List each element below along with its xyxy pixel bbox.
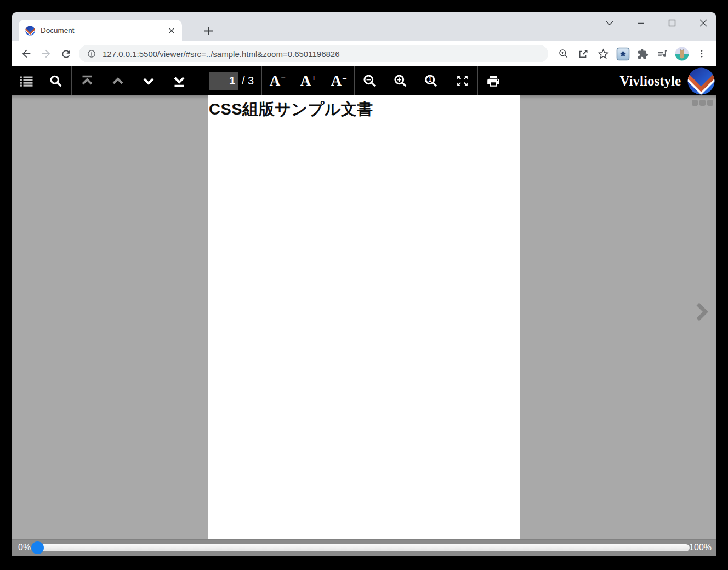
zoom-actual-size-button[interactable]: 1 bbox=[416, 66, 447, 95]
playlist-music-icon bbox=[657, 48, 668, 60]
last-page-button[interactable] bbox=[164, 66, 195, 95]
browser-navbar: 127.0.0.1:5500/viewer/#src=../sample.htm… bbox=[12, 41, 716, 66]
bookmark-star-button[interactable] bbox=[593, 44, 613, 64]
progress-end-label: 100% bbox=[689, 543, 712, 552]
share-icon bbox=[578, 48, 589, 59]
font-reset-label: A bbox=[331, 73, 342, 88]
forward-arrow-icon bbox=[40, 48, 52, 60]
media-playlist-button[interactable] bbox=[652, 44, 672, 64]
overflow-dot bbox=[692, 100, 698, 106]
browser-menu-button[interactable] bbox=[692, 44, 712, 64]
print-button[interactable] bbox=[478, 66, 509, 95]
back-arrow-icon bbox=[20, 48, 32, 60]
back-button[interactable] bbox=[16, 44, 36, 64]
browser-tab[interactable]: Document bbox=[19, 20, 182, 41]
last-page-icon bbox=[172, 75, 186, 88]
font-reset-modifier: = bbox=[342, 74, 347, 82]
vivliostyle-favicon-icon bbox=[25, 26, 35, 36]
print-icon bbox=[486, 74, 501, 88]
reload-button[interactable] bbox=[56, 44, 76, 64]
document-page: CSS組版サンプル文書 bbox=[208, 95, 520, 539]
font-increase-button[interactable]: A+ bbox=[293, 66, 323, 95]
page-number-input[interactable]: 1 bbox=[209, 72, 238, 90]
maximize-icon[interactable] bbox=[668, 19, 676, 27]
progress-start-label: 0% bbox=[18, 543, 31, 552]
browser-window: Document bbox=[12, 12, 716, 556]
font-decrease-button[interactable]: A− bbox=[262, 66, 293, 95]
font-increase-label: A bbox=[300, 73, 311, 88]
viewer-content-area: CSS組版サンプル文書 bbox=[12, 95, 716, 539]
zoom-in-button[interactable] bbox=[385, 66, 416, 95]
progress-track[interactable] bbox=[34, 544, 690, 551]
vivliostyle-logo-icon[interactable] bbox=[687, 67, 715, 95]
viewer-overflow-menu-icon[interactable] bbox=[692, 100, 713, 106]
zoom-magnifier-icon bbox=[558, 48, 569, 59]
puzzle-icon bbox=[637, 48, 649, 60]
zoom-page-button[interactable] bbox=[554, 44, 573, 64]
first-page-icon bbox=[80, 75, 94, 88]
title-bar: Document bbox=[12, 12, 716, 41]
tab-title: Document bbox=[41, 26, 166, 35]
overflow-dot bbox=[707, 100, 713, 106]
share-button[interactable] bbox=[573, 44, 593, 64]
font-reset-button[interactable]: A= bbox=[323, 66, 354, 95]
toc-list-icon bbox=[20, 75, 33, 87]
star-icon bbox=[598, 48, 609, 60]
previous-page-button[interactable] bbox=[103, 66, 133, 95]
font-decrease-label: A bbox=[270, 73, 281, 88]
overflow-dot bbox=[699, 100, 706, 106]
forward-button[interactable] bbox=[36, 44, 56, 64]
zoom-out-icon bbox=[363, 74, 377, 88]
window-controls bbox=[606, 19, 707, 27]
info-icon[interactable] bbox=[87, 49, 96, 59]
plus-icon bbox=[204, 27, 213, 35]
font-decrease-modifier: − bbox=[281, 74, 286, 82]
next-page-icon bbox=[141, 75, 156, 88]
zoom-actual-symbol: 1 bbox=[429, 77, 432, 83]
page-total-label: / 3 bbox=[242, 75, 254, 87]
next-page-chevron-icon[interactable] bbox=[693, 301, 709, 324]
avatar-cat-icon bbox=[675, 47, 689, 61]
tab-search-chevron-icon[interactable] bbox=[606, 19, 613, 27]
toolbar-divider bbox=[509, 66, 509, 95]
fit-screen-icon bbox=[456, 74, 469, 88]
extensions-puzzle-button[interactable] bbox=[633, 44, 652, 64]
reload-icon bbox=[60, 48, 72, 60]
extension-star-icon bbox=[616, 47, 630, 61]
document-title: CSS組版サンプル文書 bbox=[208, 95, 520, 121]
kebab-menu-icon bbox=[697, 49, 707, 59]
url-text[interactable]: 127.0.0.1:5500/viewer/#src=../sample.htm… bbox=[103, 49, 340, 59]
navbar-right-icons bbox=[554, 44, 712, 64]
close-window-icon[interactable] bbox=[699, 19, 707, 27]
zoom-in-icon bbox=[394, 74, 408, 88]
minimize-icon[interactable] bbox=[637, 19, 645, 27]
toc-button[interactable] bbox=[12, 66, 41, 95]
extension-bookmark-manager-button[interactable] bbox=[613, 44, 633, 64]
address-bar[interactable]: 127.0.0.1:5500/viewer/#src=../sample.htm… bbox=[79, 45, 548, 62]
new-tab-button[interactable] bbox=[201, 23, 216, 38]
viewer-toolbar: 1 / 3 A− A+ A= bbox=[12, 66, 716, 95]
search-icon bbox=[49, 75, 62, 88]
profile-avatar[interactable] bbox=[672, 44, 692, 64]
next-page-button[interactable] bbox=[133, 66, 164, 95]
brand-label: Vivliostyle bbox=[619, 73, 681, 89]
progress-thumb[interactable] bbox=[31, 542, 44, 554]
tab-close-icon[interactable] bbox=[166, 25, 178, 37]
zoom-out-button[interactable] bbox=[355, 66, 385, 95]
prev-page-icon bbox=[111, 75, 125, 88]
font-increase-modifier: + bbox=[311, 74, 316, 82]
zoom-actual-icon: 1 bbox=[424, 74, 439, 88]
find-button[interactable] bbox=[41, 66, 71, 95]
reading-progress-bar: 0% 100% bbox=[12, 539, 716, 556]
fit-to-screen-button[interactable] bbox=[447, 66, 477, 95]
first-page-button[interactable] bbox=[72, 66, 103, 95]
